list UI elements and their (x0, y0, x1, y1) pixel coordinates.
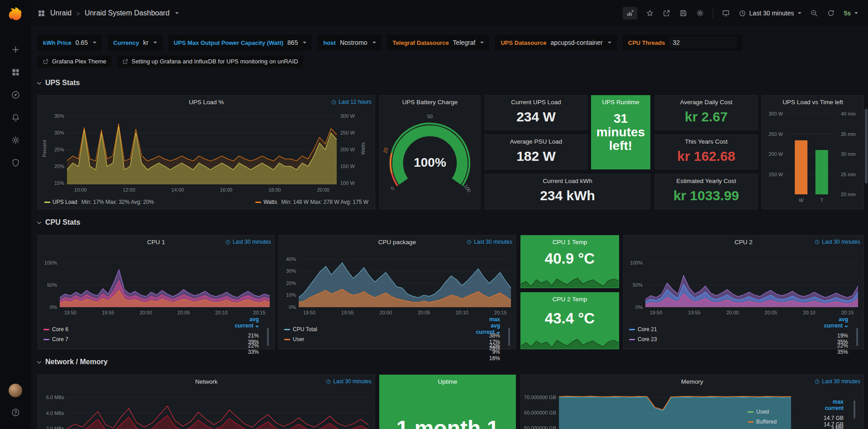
caret-down-icon (303, 42, 306, 43)
compass-icon (11, 90, 20, 100)
save-dashboard-button[interactable] (679, 9, 687, 17)
legend-series-watts[interactable]: Watts Min: 148 W Max: 278 W Avg: 175 W (255, 199, 368, 205)
panel-header: UPS Battery Charge (380, 96, 480, 108)
dashboard-settings-button[interactable] (696, 9, 704, 17)
variable-host[interactable]: host Nostromo (318, 34, 381, 51)
ups-bar-chart[interactable]: 300 W250 W200 W150 W40 min35 min30 min25… (762, 108, 863, 207)
time-override-badge[interactable]: Last 30 minutes (466, 239, 512, 245)
section-ups-stats[interactable]: UPS Stats (36, 79, 80, 87)
add-panel-button[interactable] (623, 7, 637, 19)
breadcrumb-folder[interactable]: Unraid (50, 9, 72, 17)
legend-col-avg[interactable]: avg (43, 316, 259, 323)
stat-value: kr 162.68 (655, 149, 757, 164)
legend-scrollbar[interactable] (856, 328, 858, 346)
stat-value: kr 2.67 (655, 109, 757, 125)
link-ups-monitoring-guide[interactable]: Setting up Grafana and InfluxDB for UPS … (117, 55, 303, 67)
variable-kwh-price[interactable]: kWh Price 0.65 (38, 34, 102, 51)
user-avatar[interactable] (9, 384, 22, 397)
time-override-badge[interactable]: Last 30 minutes (814, 378, 860, 385)
y-axis-tick: 25% (54, 146, 64, 153)
legend-table: avg current Core 6 21% 39% Core 7 22% 33… (43, 316, 259, 346)
link-grafana-plex-theme[interactable]: Grafana Plex Theme (38, 55, 111, 67)
network-canvas[interactable] (38, 388, 375, 429)
caret-down-icon (153, 42, 157, 43)
panel-current-load-kwh: Current Load kWh 234 kWh (485, 174, 650, 209)
variable-cpu-threads[interactable]: CPU Threads 32 (623, 34, 743, 51)
time-override-badge[interactable]: Last 12 hours (331, 99, 372, 105)
section-network-memory[interactable]: Network / Memory (36, 358, 108, 366)
caret-down-icon[interactable] (175, 12, 179, 14)
network-chart[interactable]: 6.0 MBs4.0 MBs2.0 MBs (38, 388, 375, 429)
x-axis-tick: 20:15 (838, 309, 858, 316)
section-cpu-stats[interactable]: CPU Stats (36, 218, 80, 227)
time-override-badge[interactable]: Last 30 minutes (814, 239, 860, 245)
time-override-badge[interactable]: Last 30 minutes (325, 378, 372, 385)
share-dashboard-button[interactable] (663, 9, 671, 17)
apps-grid-icon[interactable] (37, 9, 46, 18)
clock-icon (325, 379, 331, 385)
legend-table: avg current Core 21 19% 35% Core 23 22% … (629, 316, 848, 346)
page-scrollbar[interactable] (865, 109, 868, 183)
sidebar-admin-button[interactable] (0, 151, 31, 174)
y-axis-label: Percent (42, 140, 47, 157)
chart-legend: UPS Load Min: 17% Max: 32% Avg: 20% Watt… (44, 199, 368, 205)
cpu_package-canvas[interactable] (279, 248, 515, 315)
cpu2-canvas[interactable] (624, 248, 863, 315)
ups_load-canvas[interactable] (38, 108, 375, 195)
legend-col-max[interactable]: max (748, 399, 844, 405)
cpu1-chart[interactable]: 100%50%0%19:5019:5520:0020:0520:1020:15 (38, 248, 274, 315)
y-axis-tick: 100% (44, 260, 57, 266)
panel-header: UPS Load % Last 12 hours (38, 96, 375, 108)
sidebar-help-button[interactable] (0, 401, 31, 424)
refresh-interval-picker[interactable]: 5s (844, 10, 858, 17)
zoom-out-button[interactable] (810, 9, 818, 17)
grafana-logo[interactable] (5, 4, 25, 24)
cycle-view-button[interactable] (722, 9, 730, 17)
stat-value: 234 W (485, 109, 587, 125)
x-axis-tick: 14:00 (167, 187, 187, 193)
variable-ups-max-output[interactable]: UPS Max Output Power Capacity (Watt) 865 (168, 34, 312, 51)
cpu2-chart[interactable]: 100%50%0%19:5019:5520:0020:0520:1020:15 (624, 248, 863, 315)
stat-value: 43.4 °C (521, 310, 619, 327)
refresh-icon (827, 9, 835, 17)
variable-currency[interactable]: Currency kr (108, 34, 162, 51)
legend-row: Core 23 22% 35% (629, 336, 848, 346)
sidebar-explore-button[interactable] (0, 83, 31, 106)
variable-telegraf-datasource[interactable]: Telegraf Datasource Telegraf (387, 34, 490, 51)
series-color-dash (748, 421, 754, 423)
legend-scrollbar[interactable] (267, 328, 269, 346)
sidebar-alerting-button[interactable] (0, 106, 31, 129)
legend-scrollbar[interactable] (854, 400, 855, 419)
y-axis-tick: 150 W (340, 163, 355, 169)
breadcrumb-dashboard-title[interactable]: Unraid System Dashboard (85, 9, 170, 17)
time-override-badge[interactable]: Last 30 minutes (225, 239, 271, 245)
battery-gauge[interactable]: 100% 02050100 (380, 108, 480, 206)
clock-icon (814, 379, 820, 385)
refresh-button[interactable] (827, 9, 835, 17)
sidebar-create-button[interactable] (0, 38, 31, 61)
sidebar-configuration-button[interactable] (0, 129, 31, 151)
stat-value: 182 W (485, 149, 587, 164)
gauge-tick: 50 (424, 114, 436, 119)
x-axis-tick: 20:00 (313, 187, 333, 193)
cpu-package-chart[interactable]: 40%30%20%10%0%19:5019:5520:0020:0520:102… (279, 248, 515, 315)
legend-col-max[interactable]: max (284, 316, 500, 323)
legend-scrollbar[interactable] (508, 328, 510, 346)
panel-ups-runtime: UPS Runtime 31 minutes left! (591, 95, 650, 169)
cpu1-canvas[interactable] (38, 248, 274, 315)
cpu-threads-input[interactable]: 32 (669, 37, 737, 48)
y-axis-tick: 40% (286, 256, 296, 262)
y-axis-tick: 40 min (841, 111, 856, 117)
chevron-down-icon (36, 359, 43, 366)
legend-series-ups-load[interactable]: UPS Load Min: 17% Max: 32% Avg: 20% (44, 199, 154, 205)
legend-row: Buffered 3 MB 3 MB (748, 419, 844, 429)
star-dashboard-button[interactable] (646, 9, 654, 17)
panel-cpu-package: CPU package Last 30 minutes 40%30%20%10%… (278, 235, 516, 349)
x-axis-tick: W (795, 197, 807, 203)
time-range-picker[interactable]: Last 30 minutes (739, 10, 802, 17)
series-color-dash (284, 339, 290, 340)
sidebar-dashboards-button[interactable] (0, 61, 31, 83)
ups-load-chart[interactable]: 35%30%25%20%15%300 W250 W200 W150 W100 W… (38, 108, 375, 195)
legend-col-avg[interactable]: avg (629, 316, 848, 323)
variable-ups-datasource[interactable]: UPS Datasource apcupsd-container (495, 34, 616, 51)
